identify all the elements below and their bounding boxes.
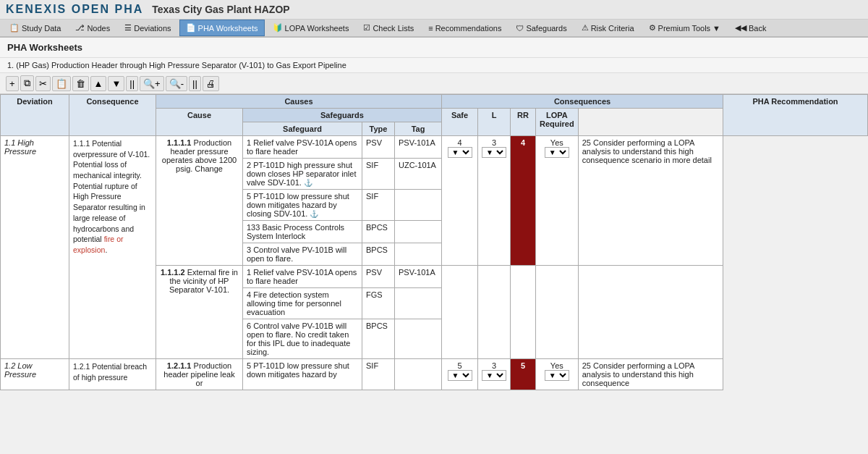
cell-type: SIF — [362, 190, 395, 221]
nav-item-nodes[interactable]: ⎇Nodes — [69, 20, 116, 36]
th-rr: RR — [511, 109, 536, 136]
worksheet-toolbar: +⧉✂📋🗑▲▼||🔍+🔍-||🖨 — [0, 73, 868, 94]
nav-icon-safeguards: 🛡 — [516, 24, 524, 33]
nav-label-check-lists: Check Lists — [373, 24, 414, 33]
nav-item-check-lists[interactable]: ☑Check Lists — [357, 20, 420, 36]
nav-label-pha-worksheets: PHA Worksheets — [198, 24, 258, 33]
app-header: Kenexis Open PHA Texas City Gas Plant HA… — [0, 0, 868, 20]
page-title: PHA Worksheets — [0, 38, 868, 58]
cell-deviation: 1.1 High Pressure — [1, 136, 69, 359]
th-recommendation: PHA Recommendation — [723, 95, 868, 136]
nav-label-lopa-worksheets: LOPA Worksheets — [285, 24, 349, 33]
nav-item-deviations[interactable]: ☰Deviations — [118, 20, 177, 36]
cell-safeguard: 3 Control valve PV-101B will open to fla… — [243, 243, 362, 266]
zoom-in-button[interactable]: 🔍+ — [140, 76, 164, 91]
cell-safeguard: 6 Control valve PV-101B will open to fla… — [243, 319, 362, 359]
cell-safe[interactable]: 4 ▼ — [442, 136, 478, 266]
th-tag: Tag — [395, 122, 442, 136]
move-up-button[interactable]: ▲ — [90, 76, 107, 91]
nav-item-pha-worksheets[interactable]: 📄PHA Worksheets — [179, 20, 265, 36]
l-select[interactable]: ▼ — [482, 370, 506, 381]
nav-item-study-data[interactable]: 📋Study Data — [3, 20, 67, 36]
cell-cause: 1.1.1.1 Production header pressure opera… — [156, 136, 243, 266]
nav-item-safeguards[interactable]: 🛡Safeguards — [509, 20, 573, 36]
nav-icon-study-data: 📋 — [9, 23, 20, 33]
nav-item-recommendations[interactable]: ≡Recommendations — [422, 20, 508, 36]
app-project-title: Texas City Gas Plant HAZOP — [152, 4, 289, 15]
cell-safe[interactable] — [442, 266, 478, 359]
cell-safeguard: 5 PT-101D low pressure shut down mitigat… — [243, 190, 362, 221]
delete-button[interactable]: 🗑 — [72, 76, 89, 91]
cell-cause: 1.1.1.2 External fire in the vicinity of… — [156, 266, 243, 359]
cell-consequence: 1.1.1 Potential overpressure of V-101. P… — [69, 136, 156, 359]
cell-safeguard: 133 Basic Process Controls System Interl… — [243, 221, 362, 243]
cell-tag — [395, 359, 442, 390]
lopa-select[interactable]: ▼ — [545, 370, 569, 381]
safe-select[interactable]: ▼ — [448, 370, 472, 381]
cell-lopa[interactable] — [536, 266, 579, 359]
nav-item-back[interactable]: ◀◀Back — [728, 20, 773, 36]
cell-safeguard: 1 Relief valve PSV-101A opens to flare h… — [243, 266, 362, 288]
cell-tag: UZC-101A — [395, 159, 442, 190]
l-select[interactable]: ▼ — [482, 147, 506, 158]
safe-select[interactable]: ▼ — [448, 147, 472, 158]
cell-l[interactable]: 3 ▼ — [478, 359, 511, 390]
pha-table: Deviation Consequence Causes Consequence… — [0, 94, 868, 390]
cell-safe[interactable]: 5 ▼ — [442, 359, 478, 390]
nav-icon-lopa-worksheets: 🔰 — [273, 23, 283, 33]
cell-l[interactable]: 3 ▼ — [478, 136, 511, 266]
cell-lopa[interactable]: Yes ▼ — [536, 136, 579, 266]
add-button[interactable]: + — [6, 76, 19, 91]
cell-tag — [395, 288, 442, 319]
link-icon[interactable]: ⚓ — [310, 210, 318, 218]
th-consequences-group: Consequences — [442, 95, 723, 109]
cell-tag — [395, 319, 442, 359]
cut-button[interactable]: ✂ — [35, 76, 51, 91]
cell-rr: 4 — [511, 136, 536, 266]
copy-button[interactable]: ⧉ — [20, 75, 34, 91]
th-l: L — [478, 109, 511, 136]
nav-item-risk-criteria[interactable]: ⚠Risk Criteria — [575, 20, 641, 36]
cell-type: SIF — [362, 159, 395, 190]
cell-recommendation: 25 Consider performing a LOPA analysis t… — [578, 136, 723, 266]
th-type: Type — [362, 122, 395, 136]
link-icon[interactable]: ⚓ — [304, 179, 312, 187]
cell-type: BPCS — [362, 243, 395, 266]
nav-icon-pha-worksheets: 📄 — [186, 23, 196, 33]
paste-button[interactable]: 📋 — [52, 76, 71, 91]
th-safe: Safe — [442, 109, 478, 136]
nav-icon-back: ◀◀ — [735, 23, 746, 33]
cell-rr: 5 — [511, 359, 536, 390]
separator2-button[interactable]: || — [189, 76, 201, 91]
th-safeguards-group: Safeguards — [243, 109, 442, 122]
nav-icon-risk-criteria: ⚠ — [582, 23, 589, 33]
cell-lopa[interactable]: Yes ▼ — [536, 359, 579, 390]
cell-safeguard: 2 PT-101D high pressure shut down closes… — [243, 159, 362, 190]
nav-item-premium-tools[interactable]: ⚙Premium Tools▼ — [642, 20, 727, 36]
th-safeguard: Safeguard — [243, 122, 362, 136]
cell-tag — [395, 243, 442, 266]
table-container: Deviation Consequence Causes Consequence… — [0, 94, 868, 390]
nav-item-lopa-worksheets[interactable]: 🔰LOPA Worksheets — [266, 20, 356, 36]
th-deviation: Deviation — [1, 95, 69, 136]
print-button[interactable]: 🖨 — [203, 76, 219, 91]
cell-recommendation — [578, 266, 723, 359]
cell-type: BPCS — [362, 319, 395, 359]
zoom-out-button[interactable]: 🔍- — [166, 76, 187, 91]
move-down-button[interactable]: ▼ — [108, 76, 124, 91]
cell-safeguard: 1 Relief valve PSV-101A opens to flare h… — [243, 136, 362, 159]
cell-tag — [395, 221, 442, 243]
cell-type: PSV — [362, 136, 395, 159]
cell-safeguard: 5 PT-101D low pressure shut down mitigat… — [243, 359, 362, 390]
lopa-select[interactable]: ▼ — [545, 147, 569, 158]
nav-icon-recommendations: ≡ — [428, 24, 433, 33]
cell-l[interactable] — [478, 266, 511, 359]
nav-label-safeguards: Safeguards — [526, 24, 566, 33]
nav-label-study-data: Study Data — [22, 24, 61, 33]
breadcrumb: 1. (HP Gas) Production Header through Hi… — [0, 58, 868, 73]
cell-type: FGS — [362, 288, 395, 319]
separator1-button[interactable]: || — [126, 76, 138, 91]
nav-label-recommendations: Recommendations — [435, 24, 502, 33]
app-brand: Kenexis Open PHA — [6, 3, 143, 16]
cell-rr — [511, 266, 536, 359]
